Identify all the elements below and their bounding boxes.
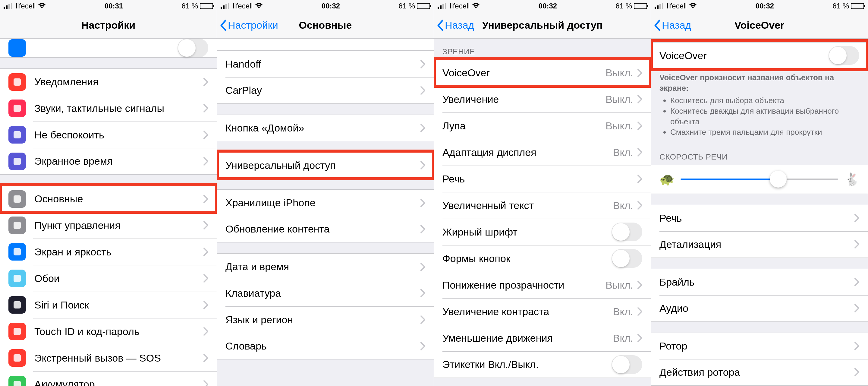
- signal-icon: [438, 3, 448, 9]
- chevron-right-icon: [638, 148, 642, 156]
- toggle[interactable]: [612, 249, 642, 268]
- hare-icon: 🐇: [844, 172, 859, 186]
- row[interactable]: Аудио: [651, 295, 868, 322]
- chevron-right-icon: [421, 342, 425, 350]
- row[interactable]: Хранилище iPhone: [217, 189, 434, 216]
- voiceover-toggle[interactable]: [829, 46, 859, 65]
- row[interactable]: Язык и регион: [217, 306, 434, 333]
- row-icon: [8, 73, 26, 91]
- chevron-right-icon: [421, 124, 425, 132]
- accessibility-row[interactable]: Уменьшение движенияВкл.: [434, 325, 651, 351]
- row-icon: [8, 270, 26, 287]
- svg-rect-6: [13, 131, 21, 139]
- settings-row[interactable]: Touch ID и код-пароль: [0, 318, 217, 345]
- accessibility-row[interactable]: Увеличение контрастаВкл.: [434, 298, 651, 325]
- svg-rect-21: [440, 5, 441, 9]
- vpn-icon: [8, 39, 26, 57]
- row-icon: [8, 323, 26, 340]
- row[interactable]: Детализация: [651, 231, 868, 258]
- chevron-right-icon: [638, 281, 642, 289]
- svg-rect-22: [442, 4, 444, 9]
- row[interactable]: Ротор: [651, 333, 868, 359]
- vpn-toggle[interactable]: [178, 38, 208, 57]
- chevron-right-icon: [855, 278, 859, 286]
- screen-accessibility: lifecell 00:32 61 % Назад Универсальный …: [434, 0, 651, 386]
- chevron-right-icon: [421, 225, 425, 233]
- settings-row[interactable]: Обои: [0, 265, 217, 292]
- chevron-right-icon: [421, 316, 425, 324]
- settings-row[interactable]: Основные: [0, 185, 217, 212]
- chevron-right-icon: [855, 304, 859, 313]
- accessibility-row[interactable]: ЛупаВыкл.: [434, 113, 651, 139]
- chevron-right-icon: [638, 121, 642, 130]
- chevron-right-icon: [204, 327, 208, 336]
- accessibility-row[interactable]: VoiceOverВыкл.: [434, 59, 651, 86]
- row[interactable]: Действия ротора: [651, 359, 868, 386]
- chevron-right-icon: [204, 354, 208, 362]
- chevron-right-icon: [204, 274, 208, 283]
- chevron-left-icon: [219, 19, 227, 31]
- settings-row[interactable]: Экранное время: [0, 148, 217, 175]
- back-button[interactable]: Назад: [434, 19, 474, 31]
- settings-row[interactable]: Экстренный вызов — SOS: [0, 345, 217, 371]
- accessibility-row[interactable]: Понижение прозрачностиВыкл.: [434, 272, 651, 298]
- chevron-right-icon: [421, 263, 425, 271]
- svg-rect-17: [223, 5, 224, 9]
- svg-rect-15: [13, 381, 21, 386]
- voiceover-toggle-row[interactable]: VoiceOver: [651, 42, 868, 69]
- vpn-row[interactable]: [0, 38, 217, 58]
- svg-rect-25: [657, 5, 658, 9]
- row[interactable]: Handoff: [217, 51, 434, 77]
- settings-row[interactable]: Аккумулятор: [0, 371, 217, 386]
- accessibility-row[interactable]: Адаптация дисплеяВкл.: [434, 139, 651, 166]
- chevron-left-icon: [436, 19, 444, 31]
- back-button[interactable]: Настройки: [217, 19, 278, 31]
- chevron-right-icon: [638, 175, 642, 183]
- svg-rect-7: [13, 158, 21, 165]
- svg-rect-13: [13, 328, 21, 335]
- back-button[interactable]: Назад: [651, 19, 691, 31]
- toggle[interactable]: [612, 355, 642, 374]
- settings-row[interactable]: Экран и яркость: [0, 239, 217, 265]
- row[interactable]: Кнопка «Домой»: [217, 115, 434, 141]
- row[interactable]: Речь: [651, 205, 868, 231]
- speed-slider[interactable]: [681, 179, 838, 180]
- accessibility-row[interactable]: Увеличенный текстВкл.: [434, 192, 651, 219]
- speed-slider-row: 🐢 🐇: [651, 165, 868, 194]
- row-icon: [8, 126, 26, 144]
- svg-rect-19: [228, 3, 229, 9]
- toggle[interactable]: [612, 222, 642, 241]
- row[interactable]: Обновление контента: [217, 216, 434, 242]
- svg-rect-4: [13, 79, 21, 86]
- chevron-right-icon: [638, 201, 642, 210]
- chevron-right-icon: [855, 240, 859, 248]
- accessibility-row[interactable]: Формы кнопок: [434, 245, 651, 272]
- row[interactable]: Универсальный доступ: [217, 152, 434, 179]
- row-icon: [8, 296, 26, 314]
- chevron-right-icon: [204, 195, 208, 203]
- accessibility-row[interactable]: Этикетки Вкл./Выкл.: [434, 351, 651, 378]
- settings-row[interactable]: Не беспокоить: [0, 121, 217, 148]
- row-icon: [8, 376, 26, 386]
- accessibility-row[interactable]: УвеличениеВыкл.: [434, 86, 651, 113]
- accessibility-row[interactable]: Речь: [434, 166, 651, 192]
- settings-row[interactable]: Пункт управления: [0, 212, 217, 239]
- row[interactable]: Дата и время: [217, 253, 434, 280]
- settings-row[interactable]: Siri и Поиск: [0, 292, 217, 318]
- screen-settings: lifecell 00:31 61 % Настройки Уведомлени…: [0, 0, 217, 386]
- battery-icon: [851, 3, 864, 9]
- chevron-right-icon: [421, 60, 425, 68]
- chevron-right-icon: [638, 69, 642, 77]
- row[interactable]: Брайль: [651, 269, 868, 295]
- svg-rect-18: [225, 4, 227, 9]
- row-icon: [8, 153, 26, 170]
- chevron-right-icon: [204, 78, 208, 86]
- settings-row[interactable]: Звуки, тактильные сигналы: [0, 95, 217, 121]
- vision-header: ЗРЕНИЕ: [434, 38, 651, 59]
- chevron-right-icon: [204, 380, 208, 386]
- accessibility-row[interactable]: Жирный шрифт: [434, 219, 651, 245]
- row[interactable]: Словарь: [217, 333, 434, 359]
- settings-row[interactable]: Уведомления: [0, 68, 217, 95]
- row[interactable]: Клавиатура: [217, 280, 434, 306]
- row[interactable]: CarPlay: [217, 77, 434, 104]
